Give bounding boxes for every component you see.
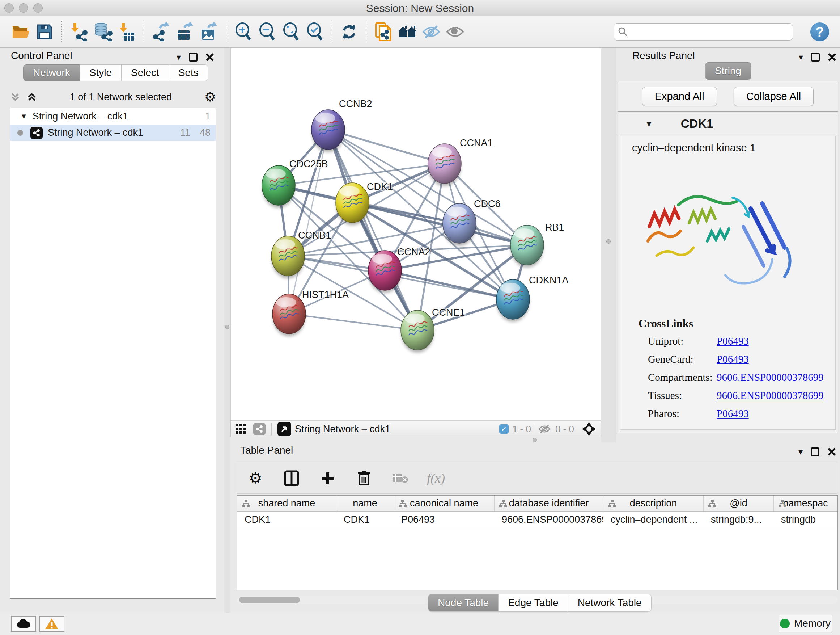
node-CCNB2[interactable]: [311, 110, 345, 152]
crosslink-link[interactable]: 9606.ENSP00000378699: [717, 371, 824, 383]
scrollbar-thumb[interactable]: [239, 597, 300, 603]
network-collection-row[interactable]: ▼ String Network – cdk1 1: [10, 108, 216, 125]
tab-string[interactable]: String: [705, 62, 751, 80]
string-network-graph[interactable]: CCNB2CCNA1CDC25BCDK1CDC6RB1CCNB1CCNA2CDK…: [231, 48, 601, 420]
float-panel-button[interactable]: [189, 53, 197, 62]
horizontal-splitter-handle[interactable]: [532, 438, 537, 442]
memory-button[interactable]: Memory: [778, 615, 832, 632]
tab-network[interactable]: Network: [23, 65, 80, 81]
node-CDC25B[interactable]: [262, 165, 295, 208]
search-input[interactable]: [628, 27, 780, 38]
crosslink-link[interactable]: P06493: [717, 408, 749, 420]
tab-style[interactable]: Style: [80, 65, 122, 81]
tab-network-table[interactable]: Network Table: [568, 594, 651, 611]
table-cell[interactable]: P06493: [394, 511, 494, 527]
node-CDKN1A[interactable]: [496, 279, 530, 322]
close-panel-button[interactable]: [827, 448, 836, 456]
tab-select[interactable]: Select: [122, 65, 169, 81]
selected-checkbox-icon[interactable]: ✓: [499, 424, 508, 434]
column-header-name[interactable]: name: [336, 496, 394, 511]
column-header--id[interactable]: @id: [704, 496, 774, 511]
export-table-button[interactable]: [175, 22, 195, 42]
node-CDC6[interactable]: [443, 203, 476, 246]
node-HIST1H1A[interactable]: [272, 294, 306, 336]
table-cell[interactable]: CDK1: [237, 511, 336, 527]
node-CCNE1[interactable]: [401, 310, 434, 353]
crosslink-link[interactable]: 9606.ENSP00000378699: [717, 390, 824, 402]
delete-column-icon[interactable]: [355, 469, 373, 488]
close-panel-button[interactable]: [205, 53, 214, 62]
right-splitter[interactable]: [601, 48, 616, 442]
zoom-selected-button[interactable]: [305, 22, 325, 42]
float-panel-button[interactable]: [811, 53, 820, 62]
node-CCNB1[interactable]: [271, 236, 305, 279]
close-panel-button[interactable]: [828, 53, 836, 62]
open-session-button[interactable]: [11, 22, 31, 42]
warnings-button[interactable]: [39, 616, 65, 632]
export-image-button[interactable]: [199, 22, 219, 42]
zoom-fit-button[interactable]: [281, 22, 301, 42]
zoom-out-button[interactable]: [257, 22, 277, 42]
crosslink-link[interactable]: P06493: [717, 335, 749, 347]
import-network-database-button[interactable]: [93, 22, 113, 42]
node-CCNA2[interactable]: [368, 250, 401, 293]
tab-sets[interactable]: Sets: [169, 65, 208, 81]
node-CCNA1[interactable]: [428, 144, 461, 186]
column-header-database-identifier[interactable]: database identifier: [494, 496, 603, 511]
node-details-header[interactable]: ▼ CDK1: [618, 113, 838, 134]
function-builder-button[interactable]: f(x): [427, 470, 445, 486]
network-options-gear-icon[interactable]: ⚙: [204, 90, 216, 103]
help-button[interactable]: ?: [810, 22, 829, 41]
cloud-status-button[interactable]: [11, 616, 36, 632]
fit-selected-crosshair-icon[interactable]: [581, 421, 597, 437]
crosslink-link[interactable]: P06493: [717, 353, 749, 365]
collapse-all-button[interactable]: Collapse All: [734, 87, 814, 106]
column-header-namespac[interactable]: namespac: [774, 496, 837, 511]
grid-mode-icon[interactable]: [235, 423, 247, 435]
import-network-file-button[interactable]: [69, 22, 89, 42]
table-cell[interactable]: CDK1: [336, 511, 394, 527]
collapse-panel-icon[interactable]: ▾: [798, 447, 803, 457]
add-column-icon[interactable]: [318, 469, 337, 488]
save-icon: [36, 24, 53, 40]
save-session-button[interactable]: [34, 22, 55, 42]
network-from-clipboard-button[interactable]: [373, 22, 393, 42]
table-cell[interactable]: stringdb: [774, 511, 837, 527]
zoom-in-button[interactable]: [233, 22, 253, 42]
left-splitter-handle[interactable]: [225, 325, 229, 329]
view-network-icon[interactable]: [253, 423, 265, 435]
table-cell[interactable]: cyclin–dependent ...: [603, 511, 704, 527]
tab-edge-table[interactable]: Edge Table: [499, 594, 568, 611]
collection-count: 1: [205, 111, 210, 122]
expand-all-icon[interactable]: [27, 92, 37, 103]
right-splitter-handle[interactable]: [606, 239, 611, 244]
expand-all-button[interactable]: Expand All: [642, 87, 717, 106]
collapse-panel-icon[interactable]: ▾: [177, 52, 181, 62]
import-table-button[interactable]: [117, 22, 137, 42]
tree-expand-icon[interactable]: ▼: [20, 112, 27, 120]
table-cell[interactable]: 9606.ENSP00000378699: [494, 511, 603, 527]
collapse-all-icon[interactable]: [10, 92, 21, 103]
table-cell[interactable]: stringdb:9...: [704, 511, 774, 527]
tab-node-table[interactable]: Node Table: [428, 594, 499, 611]
column-header-shared-name[interactable]: shared name: [237, 496, 336, 511]
column-header-canonical-name[interactable]: canonical name: [394, 496, 494, 511]
export-network-button[interactable]: [151, 22, 171, 42]
node-CDK1[interactable]: [336, 183, 369, 225]
column-header-description[interactable]: description: [603, 496, 704, 511]
collapse-panel-icon[interactable]: ▾: [799, 52, 803, 62]
table-options-gear-icon[interactable]: ⚙: [246, 469, 265, 488]
show-glass-button[interactable]: [445, 22, 465, 42]
apply-layout-button[interactable]: [339, 22, 359, 42]
hide-glass-button[interactable]: [421, 22, 441, 42]
network-row[interactable]: String Network – cdk1 11 48: [10, 125, 216, 141]
network-view-canvas[interactable]: CCNB2CCNA1CDC25BCDK1CDC6RB1CCNB1CCNA2CDK…: [231, 48, 601, 421]
node-RB1[interactable]: [510, 225, 544, 268]
float-panel-button[interactable]: [811, 448, 819, 456]
section-expand-icon[interactable]: ▼: [645, 119, 653, 129]
left-splitter[interactable]: [224, 48, 231, 616]
show-columns-icon[interactable]: [282, 469, 301, 488]
table-row[interactable]: CDK1CDK1P064939606.ENSP00000378699cyclin…: [237, 511, 837, 527]
string-home-button[interactable]: [397, 22, 417, 42]
birdseye-view-icon[interactable]: [278, 422, 291, 436]
